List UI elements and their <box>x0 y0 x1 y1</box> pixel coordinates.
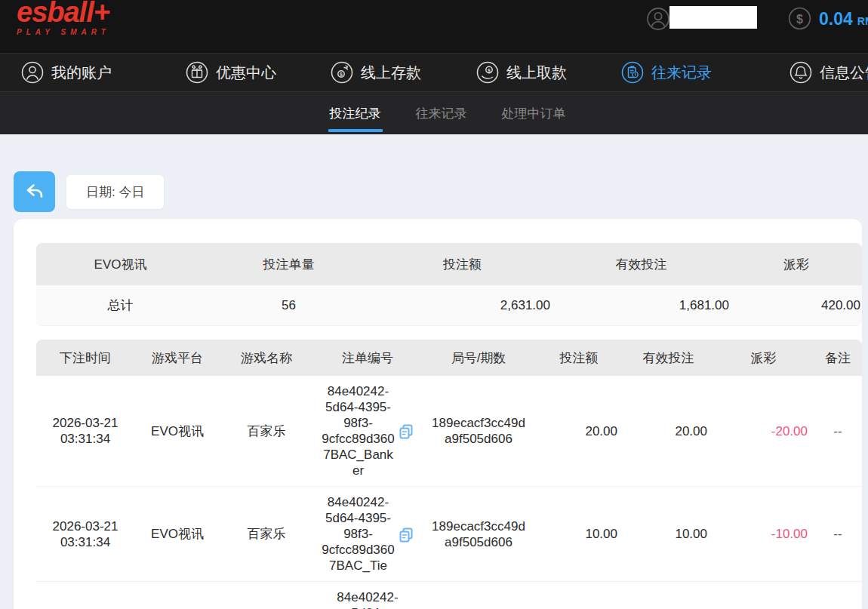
summary-header-bet-count: 投注单量 <box>205 256 373 273</box>
deposit-icon: $ <box>331 61 353 84</box>
logo[interactable]: esball+ PLAY SMART <box>17 0 110 36</box>
nav-label: 线上取款 <box>506 63 567 83</box>
nav-item-my-account[interactable]: 我的账户 <box>21 54 112 91</box>
col-header-remark: 备注 <box>814 349 862 367</box>
top-header: esball+ PLAY SMART $ 0.04RMB <box>0 0 868 53</box>
main-navigation: 我的账户 优惠中心 $ 线上存款 $ <box>0 53 868 91</box>
payout: -10.00 <box>713 526 814 542</box>
gift-icon <box>186 61 208 84</box>
col-header-payout: 派彩 <box>713 349 814 367</box>
bet-time: 2026-03-21 03:31:34 <box>44 518 127 550</box>
summary-header-row: EVO视讯 投注单量 投注额 有效投注 派彩 <box>36 243 862 285</box>
balance-amount: 0.04 <box>819 9 853 29</box>
bet-time: 2026-03-21 03:31:34 <box>44 415 127 447</box>
nav-label: 我的账户 <box>51 63 112 83</box>
bet-game: 百家乐 <box>220 423 312 439</box>
bet-detail-table: 下注时间 游戏平台 游戏名称 注单编号 局号/期数 投注额 有效投注 派彩 备注… <box>36 340 862 609</box>
back-button[interactable] <box>14 171 55 212</box>
svg-text:$: $ <box>488 68 491 74</box>
summary-valid-bet: 1,681.00 <box>552 298 731 313</box>
svg-text:$: $ <box>340 72 343 78</box>
summary-header-provider: EVO视讯 <box>36 256 205 273</box>
col-header-time: 下注时间 <box>36 349 134 367</box>
table-row: 84e40242-5d64- <box>36 582 862 609</box>
date-filter[interactable]: 日期: 今日 <box>66 175 164 209</box>
balance-currency: RMB <box>857 15 868 27</box>
content-area: 日期: 今日 EVO视讯 投注单量 投注额 有效投注 派彩 总计 56 2,63… <box>0 134 868 609</box>
round-id: 189ecacf3cc49da9f505d606 <box>432 518 525 550</box>
nav-label: 线上存款 <box>361 63 421 83</box>
bet-game: 百家乐 <box>220 526 312 542</box>
logo-tagline: PLAY SMART <box>17 28 110 36</box>
bet-platform: EVO视讯 <box>134 526 220 542</box>
user-icon <box>21 61 44 84</box>
remark: -- <box>814 423 862 439</box>
bet-id: 84e40242-5d64-4395-98f3-9cfcc89d3607BAC_… <box>322 494 396 574</box>
records-icon <box>621 61 644 84</box>
detail-header-row: 下注时间 游戏平台 游戏名称 注单编号 局号/期数 投注额 有效投注 派彩 备注 <box>36 340 862 376</box>
col-header-bet-amount: 投注额 <box>534 349 623 367</box>
records-card: EVO视讯 投注单量 投注额 有效投注 派彩 总计 56 2,631.00 1,… <box>14 219 862 609</box>
summary-bet-amount: 2,631.00 <box>373 298 552 313</box>
balance-coin-icon: $ <box>788 7 811 30</box>
nav-item-promotions[interactable]: 优惠中心 <box>186 54 276 91</box>
summary-table: EVO视讯 投注单量 投注额 有效投注 派彩 总计 56 2,631.00 1,… <box>36 243 862 326</box>
payout: -20.00 <box>713 423 814 439</box>
bet-amount: 10.00 <box>534 526 623 542</box>
valid-bet: 20.00 <box>623 423 713 439</box>
back-arrow-icon <box>23 180 46 205</box>
remark: -- <box>814 526 862 542</box>
username-redacted <box>669 6 757 29</box>
valid-bet: 10.00 <box>623 526 713 542</box>
record-tabs: 投注纪录 往来记录 处理中订单 <box>0 91 868 134</box>
date-filter-label: 日期: 今日 <box>86 183 144 201</box>
user-avatar-icon[interactable] <box>646 7 670 31</box>
col-header-round: 局号/期数 <box>423 349 534 367</box>
nav-label: 往来记录 <box>651 63 712 83</box>
col-header-platform: 游戏平台 <box>134 349 220 367</box>
tab-bet-records[interactable]: 投注纪录 <box>328 92 383 134</box>
bet-id: 84e40242-5d64-4395-98f3-9cfcc89d3607BAC_… <box>322 383 396 478</box>
table-row: 2026-03-21 03:31:34 EVO视讯 百家乐 84e40242-5… <box>36 376 862 487</box>
nav-label: 优惠中心 <box>216 63 276 83</box>
col-header-bet-id: 注单编号 <box>312 349 423 367</box>
table-row: 2026-03-21 03:31:34 EVO视讯 百家乐 84e40242-5… <box>36 487 862 582</box>
bet-amount: 20.00 <box>534 423 623 439</box>
nav-item-announcements[interactable]: 信息公告 <box>790 54 868 91</box>
tab-pending-orders[interactable]: 处理中订单 <box>500 92 568 134</box>
tab-transaction-records[interactable]: 往来记录 <box>414 92 469 134</box>
summary-total-label: 总计 <box>36 297 205 314</box>
bet-platform: EVO视讯 <box>134 423 220 439</box>
svg-text:$: $ <box>796 13 803 26</box>
nav-item-deposit[interactable]: $ 线上存款 <box>331 54 421 91</box>
nav-item-withdraw[interactable]: $ 线上取款 <box>476 54 567 91</box>
summary-header-payout: 派彩 <box>731 256 862 273</box>
round-id: 189ecacf3cc49da9f505d606 <box>432 415 525 447</box>
summary-header-valid-bet: 有效投注 <box>552 256 731 273</box>
summary-total-row: 总计 56 2,631.00 1,681.00 420.00 <box>36 285 862 326</box>
col-header-valid-bet: 有效投注 <box>623 349 713 367</box>
copy-icon[interactable] <box>398 423 414 439</box>
summary-header-bet-amount: 投注额 <box>373 256 552 273</box>
nav-label: 信息公告 <box>820 63 868 83</box>
summary-bet-count: 56 <box>205 298 373 313</box>
bell-icon <box>790 61 812 84</box>
nav-item-transaction-records[interactable]: 往来记录 <box>621 54 712 91</box>
withdraw-icon: $ <box>476 61 499 84</box>
summary-payout: 420.00 <box>731 298 862 313</box>
copy-icon[interactable] <box>398 526 414 543</box>
bet-id: 84e40242-5d64- <box>331 589 405 609</box>
wallet-balance[interactable]: 0.04RMB <box>819 9 868 29</box>
logo-text: esball+ <box>17 0 110 27</box>
col-header-game: 游戏名称 <box>220 349 312 367</box>
